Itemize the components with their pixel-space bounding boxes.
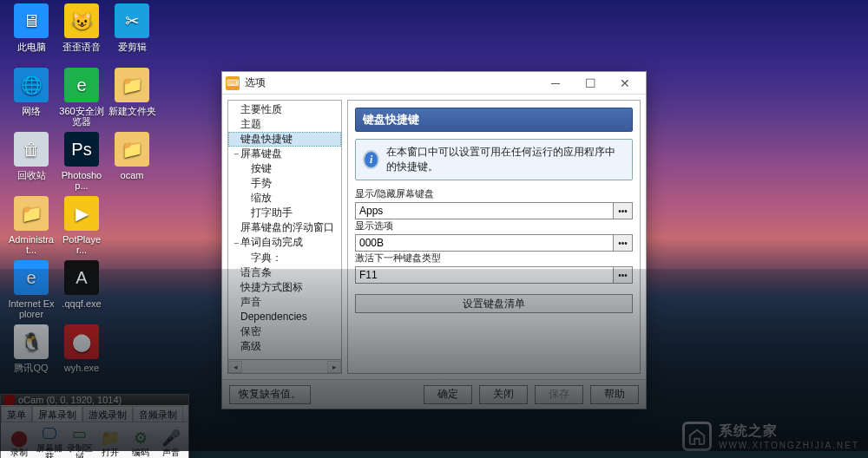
close-dialog-button[interactable]: 关闭	[479, 385, 528, 404]
tool-icon: 📁	[99, 429, 122, 448]
icon-label: 此电脑	[7, 42, 56, 52]
tree-node[interactable]: 屏幕键盘的浮动窗口	[228, 220, 341, 235]
desktop-icon[interactable]: e360安全浏览器	[57, 68, 106, 127]
tree-node-label: 打字助手	[251, 206, 293, 219]
scroll-left-button[interactable]: ◂	[228, 361, 242, 373]
icon-label: 爱剪辑	[108, 42, 156, 52]
ok-button[interactable]: 确定	[424, 385, 472, 404]
restore-defaults-button[interactable]: 恢复缺省值。	[229, 385, 311, 404]
watermark-subtitle: WWW.XITONGZHIJIA.NET	[719, 441, 859, 450]
app-icon: 📁	[115, 132, 149, 167]
save-button[interactable]: 保存	[535, 385, 583, 404]
tree-node[interactable]: 保密	[228, 324, 341, 339]
ocam-tab[interactable]: 音频录制	[133, 406, 183, 422]
icon-label: wyh.exe	[57, 363, 106, 373]
ocam-tab[interactable]: 屏幕录制	[32, 406, 82, 422]
tree-node[interactable]: 声音	[228, 295, 341, 310]
tree-node[interactable]: −屏幕键盘	[228, 147, 341, 161]
app-icon: e	[14, 260, 49, 295]
desktop-icon[interactable]: ✂爱剪辑	[108, 3, 156, 52]
app-icon: ✂	[115, 3, 149, 38]
maximize-button[interactable]: ☐	[573, 73, 608, 94]
field-label: 显示选项	[355, 219, 633, 232]
tree-node[interactable]: −单词自动完成	[228, 235, 341, 250]
ocam-tool-button[interactable]: 📁打开	[95, 429, 124, 457]
desktop-icon[interactable]: 📁新建文件夹	[108, 68, 156, 116]
ocam-window: oCam (0, 0, 1920, 1014) 菜单屏幕录制游戏录制音频录制 ⬤…	[0, 394, 189, 458]
icon-label: 网络	[7, 106, 56, 116]
tree-node-label: 键盘快捷键	[240, 133, 293, 145]
browse-button[interactable]: •••	[614, 266, 633, 284]
configure-keyboard-list-button[interactable]: 设置键盘清单	[355, 294, 633, 313]
tree-node[interactable]: 手势	[228, 176, 341, 191]
tree-node[interactable]: Dependencies	[228, 310, 341, 324]
icon-label: 腾讯QQ	[7, 363, 56, 373]
desktop-icon[interactable]: PsPhotoshop...	[57, 132, 106, 191]
tree-node[interactable]: 主要性质	[228, 102, 341, 117]
tree-node[interactable]: 快捷方式图标	[228, 280, 341, 295]
icon-label: PotPlayer...	[57, 234, 106, 255]
hotkey-input[interactable]	[355, 234, 614, 252]
ocam-tool-button[interactable]: 🖵屏幕捕获	[35, 424, 63, 458]
tree-node[interactable]: 高级	[228, 339, 341, 354]
app-icon: 📁	[115, 68, 149, 102]
minimize-button[interactable]: ─	[538, 73, 573, 94]
ocam-tool-button[interactable]: ▭录制区域	[65, 424, 94, 458]
hotkey-input[interactable]	[355, 266, 614, 284]
nav-tree[interactable]: 主要性质主题键盘快捷键−屏幕键盘按键手势缩放打字助手屏幕键盘的浮动窗口−单词自动…	[227, 100, 342, 360]
desktop-icon[interactable]: ⬤wyh.exe	[57, 324, 106, 373]
tree-node[interactable]: 字典：	[228, 251, 341, 265]
tree-panel: 主要性质主题键盘快捷键−屏幕键盘按键手势缩放打字助手屏幕键盘的浮动窗口−单词自动…	[227, 100, 342, 374]
scroll-right-button[interactable]: ▸	[327, 361, 341, 373]
close-button[interactable]: ✕	[608, 73, 642, 94]
dialog-footer: 恢复缺省值。 确定 关闭 保存 帮助	[222, 379, 646, 409]
desktop-icon[interactable]: 🌐网络	[7, 68, 56, 116]
desktop-icon[interactable]: eInternet Explorer	[7, 260, 56, 319]
hotkey-field: 显示/隐藏屏幕键盘 •••	[355, 187, 633, 219]
tool-icon: 🎤	[160, 429, 182, 448]
tree-scrollbar[interactable]: ◂ ▸	[227, 360, 342, 374]
browse-button[interactable]: •••	[614, 202, 633, 219]
ocam-tool-button[interactable]: ⚙编码	[126, 429, 155, 457]
tree-node[interactable]: 主题	[228, 117, 341, 132]
ocam-tabs: 菜单屏幕录制游戏录制音频录制	[1, 405, 188, 422]
tree-node[interactable]: 键盘快捷键	[228, 132, 341, 147]
app-icon: A	[64, 260, 99, 295]
desktop-icon[interactable]: A.qqqf.exe	[57, 260, 106, 309]
ocam-tool-button[interactable]: ⬤录制	[4, 429, 33, 457]
tool-label: 编码	[126, 448, 155, 457]
desktop-icon[interactable]: 📁ocam	[108, 132, 156, 180]
ocam-tab[interactable]: 游戏录制	[82, 406, 133, 422]
desktop-icon[interactable]: 🐧腾讯QQ	[7, 324, 56, 373]
tree-node[interactable]: 按键	[228, 161, 341, 176]
desktop-icon[interactable]: 😺歪歪语音	[57, 3, 106, 52]
help-button[interactable]: 帮助	[590, 385, 639, 404]
desktop-icon[interactable]: 🖥此电脑	[7, 3, 56, 52]
icon-label: Photoshop...	[57, 170, 106, 191]
hotkey-field: 显示选项 •••	[355, 219, 633, 252]
tree-node[interactable]: 语言条	[228, 265, 341, 280]
desktop-icon[interactable]: ▶PotPlayer...	[57, 196, 106, 255]
info-icon: i	[363, 150, 379, 169]
icon-label: 360安全浏览器	[57, 106, 106, 127]
hotkey-field: 激活下一种键盘类型 •••	[355, 252, 633, 284]
ocam-tool-button[interactable]: 🎤声音	[156, 429, 185, 457]
hotkey-input[interactable]	[355, 202, 614, 219]
tree-node-label: 声音	[240, 296, 261, 308]
expand-icon[interactable]: −	[232, 147, 240, 160]
tree-node[interactable]: 打字助手	[228, 206, 341, 220]
tree-node-label: Dependencies	[240, 311, 307, 323]
tree-node-label: 屏幕键盘	[240, 147, 282, 160]
options-dialog: ⌨ 选项 ─ ☐ ✕ 主要性质主题键盘快捷键−屏幕键盘按键手势缩放打字助手屏幕键…	[221, 71, 647, 409]
expand-icon[interactable]: −	[232, 237, 240, 250]
ocam-titlebar[interactable]: oCam (0, 0, 1920, 1014)	[1, 395, 188, 405]
ocam-tab[interactable]: 菜单	[1, 406, 32, 422]
app-icon: ⌨	[226, 76, 240, 90]
desktop-icon[interactable]: 📁Administrat...	[7, 196, 56, 255]
app-icon: 🌐	[14, 68, 49, 102]
dialog-titlebar[interactable]: ⌨ 选项 ─ ☐ ✕	[222, 72, 646, 95]
tree-node-label: 快捷方式图标	[240, 281, 303, 293]
browse-button[interactable]: •••	[614, 234, 633, 252]
desktop-icon[interactable]: 🗑回收站	[7, 132, 56, 180]
tree-node[interactable]: 缩放	[228, 191, 341, 206]
